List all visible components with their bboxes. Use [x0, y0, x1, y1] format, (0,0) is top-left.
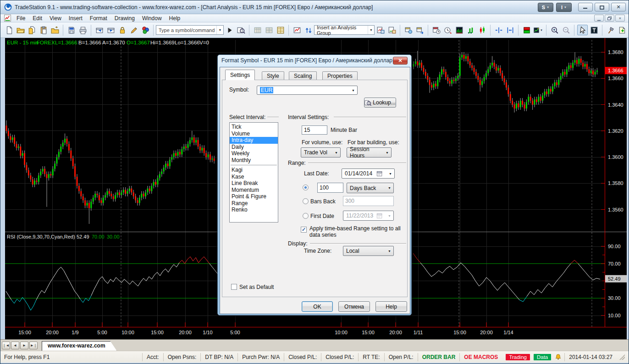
first-date-radio[interactable] [303, 213, 309, 219]
symbol-command-dropdown-arrow[interactable]: ▼ [216, 26, 223, 34]
dialog-close-button[interactable]: ✕ [393, 57, 408, 65]
matrix-window-icon[interactable] [275, 25, 286, 35]
symbol-lookup-icon[interactable] [236, 25, 246, 35]
time-zone-dropdown[interactable]: Local▼ [343, 246, 394, 256]
interval-option-weekly[interactable]: Weekly [230, 150, 278, 157]
restore-button[interactable] [595, 3, 609, 11]
dialog-tab-settings[interactable]: Settings [225, 70, 255, 80]
menu-item-view[interactable]: View [46, 15, 65, 22]
menu-item-help[interactable]: Help [166, 15, 184, 22]
resize-grip[interactable] [619, 354, 625, 360]
copy-workspace-icon[interactable] [27, 25, 37, 35]
menu-item-file[interactable]: File [13, 15, 29, 22]
bar-building-dropdown[interactable]: Session Hours▼ [347, 147, 392, 158]
paste-icon[interactable] [38, 25, 49, 35]
alert-bell-icon[interactable] [555, 353, 562, 360]
first-workspace-button[interactable]: ❘◄ [2, 342, 10, 349]
print-icon[interactable] [77, 25, 88, 35]
zoom-out-icon[interactable] [561, 25, 571, 35]
last-workspace-button[interactable]: ►❘ [29, 342, 38, 349]
time-clock-icon[interactable] [442, 25, 453, 35]
interval-option-intra-day[interactable]: Intra-day [230, 137, 278, 144]
last-date-picker[interactable]: 01/14/2014 ▼ [342, 168, 395, 179]
menu-item-insert[interactable]: Insert [65, 15, 86, 22]
indicators-menu-button[interactable]: I▼ [556, 3, 572, 12]
help-button[interactable]: Help [375, 301, 407, 312]
send-window-icon[interactable] [414, 25, 425, 35]
lock-icon[interactable] [117, 25, 127, 35]
candlestick-icon[interactable] [477, 25, 487, 35]
days-back-radio[interactable] [303, 185, 309, 190]
new-folder-icon[interactable] [50, 25, 60, 35]
trading-status-badge[interactable]: Trading [506, 354, 530, 360]
market-depth-icon[interactable] [454, 25, 464, 35]
menu-item-drawing[interactable]: Drawing [111, 15, 138, 22]
interval-option-range[interactable]: Range [230, 200, 278, 207]
bars-back-input[interactable] [343, 196, 394, 206]
next-workspace-button[interactable]: ► [20, 342, 28, 349]
symbol-dropdown-arrow[interactable]: ▼ [349, 89, 357, 92]
close-button[interactable]: ✕ [611, 3, 626, 11]
menu-item-format[interactable]: Format [86, 15, 111, 22]
last-date-dropdown-arrow[interactable]: ▼ [386, 172, 394, 175]
interval-option-momentum[interactable]: Momentum [230, 187, 278, 194]
analysis-group-combobox[interactable]: Insert an Analysis Group▼ [314, 25, 375, 35]
add-note-icon[interactable] [617, 25, 627, 35]
order-bar-icon[interactable] [521, 25, 532, 35]
child-restore-button[interactable] [605, 15, 614, 22]
interval-option-kagi[interactable]: Kagi [230, 167, 278, 174]
new-document-icon[interactable] [4, 25, 14, 35]
interval-option-line-break[interactable]: Line Break [230, 180, 278, 187]
pointer-icon[interactable] [577, 25, 588, 35]
menu-item-edit[interactable]: Edit [29, 15, 46, 22]
apply-range-checkbox[interactable]: ✓ [301, 227, 307, 233]
first-date-picker[interactable]: 11/22/2013 ▼ [343, 211, 394, 221]
dialog-tab-properties[interactable]: Properties [322, 71, 358, 80]
child-close-button[interactable]: × [615, 15, 625, 22]
chart-trading-icon[interactable]: ▼ [533, 25, 543, 35]
decrease-spacing-icon[interactable] [493, 25, 504, 35]
interval-option-monthly[interactable]: Monthly [230, 157, 278, 164]
hot-list-icon[interactable] [292, 25, 302, 35]
set-as-default-checkbox[interactable] [231, 284, 237, 290]
interval-option-kase[interactable]: Kase [230, 174, 278, 180]
link-window-icon[interactable] [403, 25, 414, 35]
oe-macros-status[interactable]: OE MACROS [459, 353, 502, 361]
drawing-tools-icon[interactable] [605, 25, 616, 35]
minimize-button[interactable] [578, 3, 593, 11]
bars-back-radio[interactable] [303, 198, 309, 204]
symbol-combobox[interactable]: EUR ▼ [257, 86, 358, 95]
insert-analysis-icon[interactable] [375, 25, 386, 35]
insert-strategy-icon[interactable] [386, 25, 397, 35]
dialog-tab-scaling[interactable]: Scaling [289, 71, 317, 80]
save-workspace-icon[interactable] [66, 25, 77, 35]
days-back-unit-dropdown[interactable]: Days Back▼ [347, 183, 394, 193]
previous-workspace-button[interactable]: ◄ [11, 342, 19, 349]
interval-option-volume[interactable]: Volume [230, 130, 278, 137]
analysis-group-dropdown-arrow[interactable]: ▼ [368, 26, 374, 34]
go-arrow-icon[interactable] [224, 25, 235, 35]
interval-option-daily[interactable]: Daily [230, 144, 278, 151]
days-back-input[interactable] [317, 183, 343, 193]
interval-listbox[interactable]: TickVolumeIntra-dayDailyWeeklyMonthlyKag… [229, 122, 278, 223]
data-status-badge[interactable]: Data [534, 354, 551, 360]
colors-icon[interactable] [140, 25, 150, 35]
dialog-title-bar[interactable]: Format Symbol - EUR 15 min [FOREX] Евро … [218, 55, 411, 66]
format-painter-icon[interactable] [128, 25, 139, 35]
lookup-button[interactable]: Lookup... [364, 98, 396, 108]
ok-button[interactable]: OK [302, 301, 333, 312]
volume-type-dropdown[interactable]: Trade Vol▼ [301, 147, 341, 158]
increase-spacing-icon[interactable] [505, 25, 515, 35]
workspace-tab[interactable]: www.forex-warez.com [42, 341, 117, 351]
cancel-button[interactable]: Отмена [338, 301, 370, 312]
interval-option-renko[interactable]: Renko [230, 206, 278, 213]
sort-icon[interactable] [303, 25, 314, 35]
interval-option-tick[interactable]: Tick [230, 124, 278, 130]
open-folder-icon[interactable] [15, 25, 26, 35]
text-tool-icon[interactable] [589, 25, 599, 35]
menu-item-window[interactable]: Window [138, 15, 166, 22]
interval-option-point-figure[interactable]: Point & Figure [230, 193, 278, 200]
zoom-in-icon[interactable] [549, 25, 560, 35]
interval-value-input[interactable] [302, 125, 327, 135]
dialog-tab-style[interactable]: Style [262, 71, 284, 80]
